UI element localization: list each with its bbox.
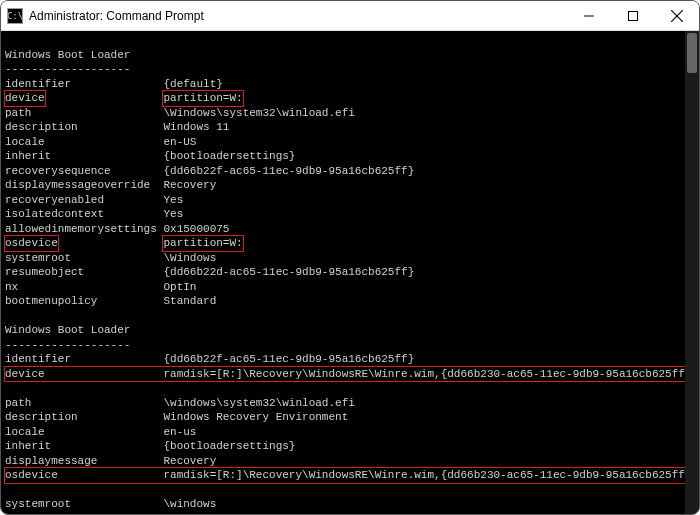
output-line: [5, 309, 699, 324]
svg-rect-1: [629, 12, 638, 21]
output-line: description Windows 11: [5, 120, 699, 135]
output-line: device partition=W:: [5, 91, 699, 106]
output-line: allowedinmemorysettings 0x15000075: [5, 222, 699, 237]
output-line: identifier {default}: [5, 77, 699, 92]
maximize-button[interactable]: [611, 1, 655, 31]
close-button[interactable]: [655, 1, 699, 31]
output-line: isolatedcontext Yes: [5, 207, 699, 222]
window-title: Administrator: Command Prompt: [29, 9, 204, 23]
highlight-box: partition=W:: [162, 90, 243, 107]
console-output: Windows Boot Loader-------------------id…: [1, 31, 699, 514]
scrollbar-thumb[interactable]: [687, 33, 697, 73]
output-line: locale en-US: [5, 135, 699, 150]
output-line: osdevice ramdisk=[R:]\Recovery\WindowsRE…: [5, 468, 699, 483]
highlight-box: device: [4, 90, 46, 107]
output-line: locale en-us: [5, 425, 699, 440]
console-area: Windows Boot Loader-------------------id…: [1, 31, 699, 514]
highlight-box: device ramdisk=[R:]\Recovery\WindowsRE\W…: [4, 366, 693, 383]
output-line: [5, 381, 699, 396]
output-line: path \Windows\system32\winload.efi: [5, 106, 699, 121]
titlebar[interactable]: C:\ Administrator: Command Prompt: [1, 1, 699, 31]
vertical-scrollbar[interactable]: [685, 31, 699, 514]
output-line: displaymessageoverride Recovery: [5, 178, 699, 193]
command-prompt-window: C:\ Administrator: Command Prompt Window…: [0, 0, 700, 515]
output-line: [5, 33, 699, 48]
output-line: inherit {bootloadersettings}: [5, 439, 699, 454]
highlight-box: partition=W:: [162, 235, 243, 252]
output-line: systemroot \Windows: [5, 251, 699, 266]
output-line: -------------------: [5, 62, 699, 77]
output-line: systemroot \windows: [5, 497, 699, 512]
output-line: nx OptIn: [5, 280, 699, 295]
output-line: displaymessage Recovery: [5, 454, 699, 469]
highlight-box: osdevice ramdisk=[R:]\Recovery\WindowsRE…: [4, 467, 693, 484]
output-line: Windows Boot Loader: [5, 323, 699, 338]
output-line: resumeobject {dd66b22d-ac65-11ec-9db9-95…: [5, 265, 699, 280]
output-line: Windows Boot Loader: [5, 48, 699, 63]
output-line: identifier {dd66b22f-ac65-11ec-9db9-95a1…: [5, 352, 699, 367]
output-line: nx OptIn: [5, 512, 699, 515]
window-controls: [567, 1, 699, 31]
output-line: osdevice partition=W:: [5, 236, 699, 251]
output-line: -------------------: [5, 338, 699, 353]
output-line: recoveryenabled Yes: [5, 193, 699, 208]
output-line: description Windows Recovery Environment: [5, 410, 699, 425]
cmd-icon: C:\: [7, 8, 23, 24]
output-line: path \windows\system32\winload.efi: [5, 396, 699, 411]
minimize-button[interactable]: [567, 1, 611, 31]
output-line: bootmenupolicy Standard: [5, 294, 699, 309]
output-line: recoverysequence {dd66b22f-ac65-11ec-9db…: [5, 164, 699, 179]
output-line: [5, 483, 699, 498]
output-line: device ramdisk=[R:]\Recovery\WindowsRE\W…: [5, 367, 699, 382]
highlight-box: osdevice: [4, 235, 59, 252]
output-line: inherit {bootloadersettings}: [5, 149, 699, 164]
